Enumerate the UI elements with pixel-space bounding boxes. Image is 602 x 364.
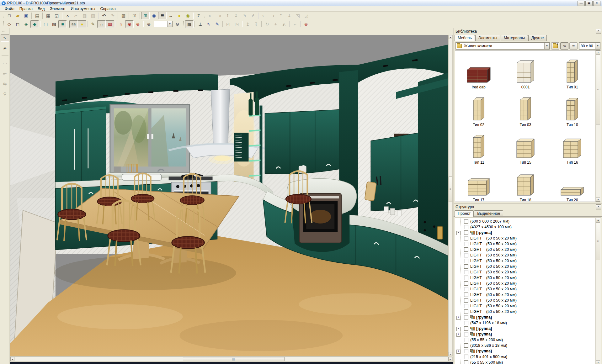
tree-checkbox[interactable] (464, 315, 468, 319)
move-element-button[interactable]: + (271, 20, 280, 28)
tool-palette-grip[interactable] (2, 31, 8, 32)
tree-checkbox[interactable] (464, 298, 468, 303)
scroll-left-icon[interactable]: ◂ (10, 357, 14, 361)
expand-icon[interactable]: + (456, 231, 461, 235)
library-item[interactable]: 0001 (502, 52, 549, 89)
tree-item-row[interactable]: (4027 x 4530 x 100 мм) (455, 224, 596, 230)
tree-checkbox[interactable] (464, 332, 468, 336)
new-button[interactable]: □ (5, 12, 13, 19)
tree-checkbox[interactable] (464, 230, 468, 235)
tree-item-row[interactable]: LIGHT(50 x 50 x 20 мм) (455, 281, 596, 286)
tree-item-row[interactable]: LIGHT(50 x 50 x 20 мм) (455, 298, 596, 303)
tree-checkbox[interactable] (464, 281, 468, 286)
library-tab-мебель[interactable]: Мебель (455, 35, 475, 41)
tree-item-row[interactable]: LIGHT(50 x 50 x 20 мм) (455, 247, 596, 252)
scene-oven-peninsula[interactable] (287, 179, 357, 252)
cut-button[interactable]: ✂ (72, 12, 80, 19)
rotate-element-button[interactable]: ↻ (263, 20, 271, 28)
view-contours-button[interactable]: ▢ (41, 20, 50, 28)
scroll-down-icon[interactable]: ▾ (596, 198, 600, 202)
snap-center-toggle[interactable]: ◉ (125, 20, 134, 28)
scroll-up-icon[interactable]: ▴ (449, 35, 452, 39)
show-labels-toggle[interactable]: aa (69, 20, 78, 28)
view-shaded-button[interactable]: ◆ (30, 20, 39, 28)
redo-button[interactable]: ↷ (108, 12, 117, 19)
copy-button[interactable]: ▥ (80, 12, 89, 19)
library-item[interactable]: Тип 16 (549, 127, 596, 165)
tree-group-row[interactable]: +[группа] (455, 348, 596, 354)
tree-item-row[interactable]: LIGHT(50 x 50 x 20 мм) (455, 286, 596, 292)
hscroll-thumb[interactable]: ||| (183, 357, 285, 361)
close-button[interactable]: × (593, 1, 600, 6)
open-button[interactable]: ▰ (13, 12, 22, 19)
library-item[interactable]: Тип 17 (455, 165, 502, 202)
library-item[interactable]: Тип 18 (502, 165, 549, 202)
report-button[interactable]: ▤ (33, 12, 41, 19)
scroll-up-icon[interactable]: ▴ (596, 50, 600, 55)
toolbar-grip[interactable] (3, 13, 4, 18)
tree-item-row[interactable]: (3018 x 536 x 18 мм) (455, 343, 596, 348)
tree-item-row[interactable]: LIGHT(50 x 50 x 20 мм) (455, 241, 596, 247)
expand-icon[interactable]: + (456, 350, 461, 354)
toolbar-grip[interactable] (183, 21, 184, 27)
corner-connect-button[interactable]: ⌐ (291, 20, 299, 28)
tree-checkbox[interactable] (464, 293, 468, 297)
tree-checkbox[interactable] (464, 253, 468, 257)
tree-item-row[interactable]: (55 x 55 x 230 мм) (455, 337, 596, 343)
menu-item-5[interactable]: Инструменты (68, 6, 98, 11)
details-view-button[interactable]: ≣ (569, 42, 578, 50)
align-bottom-button[interactable]: ↧ (232, 12, 240, 19)
show-grid-toggle[interactable]: ▦ (106, 20, 114, 28)
tree-checkbox[interactable] (464, 309, 468, 314)
tree-checkbox[interactable] (464, 326, 468, 331)
pointer-mode-button[interactable]: ↖ (205, 20, 213, 28)
snap-magnet-toggle[interactable]: ∩ (117, 20, 125, 28)
tree-group-row[interactable]: +[группа] (455, 326, 596, 331)
tree-item-row[interactable]: LIGHT(50 x 50 x 20 мм) (455, 269, 596, 275)
view-edges-button[interactable]: ▧ (50, 20, 58, 28)
library-tab-другое[interactable]: Другое (528, 35, 547, 41)
zoom-in-button[interactable]: ⊕ (145, 20, 153, 28)
toolbar-grip[interactable] (204, 13, 205, 18)
view-hidden-line-button[interactable]: ◻ (13, 20, 22, 28)
library-item[interactable]: Тип 11 (455, 127, 502, 165)
rotate-book-right-button[interactable]: ↱ (249, 12, 257, 19)
shift-down-button[interactable]: ⇣ (285, 12, 294, 19)
view-report-toggle[interactable]: ◉ (184, 12, 192, 19)
scroll-up-icon[interactable]: ▴ (596, 218, 600, 222)
viewport-vscrollbar[interactable]: ▴ ≡ ▾ (448, 35, 453, 356)
tree-checkbox[interactable] (464, 355, 468, 359)
view-dimensions-toggle[interactable]: ↔ (167, 12, 175, 19)
paste-button[interactable]: ▧ (89, 12, 97, 19)
tree-group-row[interactable]: +[группа] (455, 331, 596, 337)
show-lighting-toggle[interactable]: ● (78, 20, 86, 28)
mirror-element-button[interactable]: ◭ (280, 20, 288, 28)
library-header[interactable]: Библиотека × (454, 28, 602, 34)
tool-align[interactable]: ⇤ (1, 70, 9, 77)
tree-checkbox[interactable] (464, 242, 468, 246)
library-close-icon[interactable]: × (596, 29, 601, 34)
thumbnails-view-button[interactable]: ªa (560, 42, 568, 50)
title-bar[interactable]: PRO100 - D:\PRO100\Проекты\Кухня21.sto —… (0, 0, 602, 6)
tree-checkbox[interactable] (464, 276, 468, 280)
scene-window[interactable] (108, 105, 192, 177)
rotate-book-left-button[interactable]: ↰ (240, 12, 249, 19)
library-item[interactable]: Тип 15 (502, 127, 549, 165)
shift-left-button[interactable]: ⇠ (260, 12, 268, 19)
view-textured-button[interactable]: ■ (58, 20, 67, 28)
library-folder-combo[interactable]: Жилая комната ▼ (455, 42, 550, 50)
vscroll-thumb[interactable]: ≡ (449, 177, 452, 202)
delete-button[interactable]: × (63, 12, 72, 19)
align-right-button[interactable]: ⇥ (215, 12, 223, 19)
minimize-button[interactable]: — (578, 1, 585, 6)
library-item[interactable]: Тип 01 (549, 52, 596, 89)
tree-checkbox[interactable] (464, 270, 468, 274)
tree-item-row[interactable]: LIGHT(50 x 50 x 20 мм) (455, 252, 596, 258)
view-table-toggle[interactable]: ⊞ (141, 12, 150, 19)
folder-up-button[interactable]: ↥ (551, 42, 559, 50)
structure-tab-выделенное[interactable]: Выделенное (474, 210, 503, 216)
tree-checkbox[interactable] (464, 219, 468, 224)
undo-button[interactable]: ↶ (100, 12, 108, 19)
tree-item-row[interactable]: LIGHT(50 x 50 x 20 мм) (455, 264, 596, 269)
menu-item-4[interactable]: Элемент (47, 6, 68, 11)
